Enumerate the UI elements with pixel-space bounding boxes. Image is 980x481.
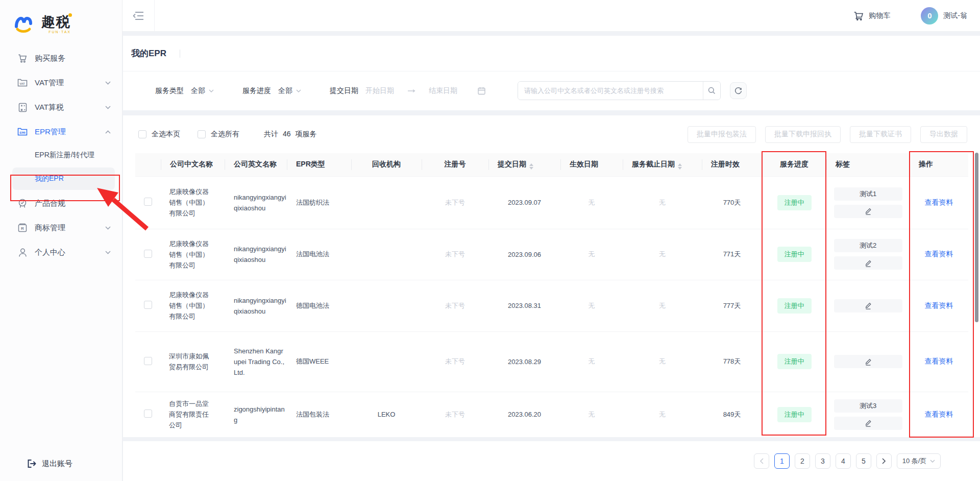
service-type-label: 服务类型 — [155, 86, 184, 95]
reg-no: 未下号 — [422, 331, 488, 392]
view-detail-link[interactable]: 查看资料 — [925, 410, 953, 418]
sidebar-item-label: 购买服务 — [35, 54, 65, 63]
total-count-text: 共计 46 项服务 — [264, 130, 317, 139]
header-service-end-date[interactable]: 服务截止日期 — [623, 153, 702, 176]
company-cn: 尼康映像仪器销售（中国）有限公司 — [161, 176, 225, 229]
table-row: 尼康映像仪器销售（中国）有限公司 nikangyingxiangyiqixiao… — [135, 176, 968, 229]
search-input[interactable] — [518, 82, 703, 100]
service-end-date: 无 — [623, 176, 702, 229]
pencil-icon — [865, 207, 872, 215]
batch-declare-packaging-button[interactable]: 批量申报包装法 — [688, 126, 756, 143]
view-detail-link[interactable]: 查看资料 — [925, 357, 953, 365]
row-checkbox[interactable] — [144, 357, 152, 365]
row-checkbox[interactable] — [144, 250, 152, 258]
edit-tag-button[interactable] — [834, 355, 902, 368]
view-detail-link[interactable]: 查看资料 — [925, 250, 953, 258]
status-badge: 注册中 — [777, 407, 812, 422]
avatar[interactable]: 0 — [921, 7, 938, 25]
page-button-4[interactable]: 4 — [836, 453, 851, 469]
sidebar-item-vat-management[interactable]: VAT VAT管理 — [0, 70, 122, 95]
edit-tag-button[interactable] — [834, 299, 902, 312]
search-button[interactable] — [703, 82, 720, 100]
brand-dot — [68, 13, 72, 17]
table-row: 尼康映像仪器销售（中国）有限公司 nikangyingxiangyiqixiao… — [135, 229, 968, 280]
sidebar-item-label: 商标管理 — [35, 223, 65, 233]
epr-table: 公司中文名称 公司英文名称 EPR类型 回收机构 注册号 提交日期 生效日期 服… — [135, 153, 968, 437]
service-type-select[interactable]: 全部 — [191, 86, 214, 95]
prev-page-button[interactable] — [754, 453, 769, 469]
chevron-up-icon — [105, 130, 111, 134]
status-badge: 注册中 — [777, 247, 812, 262]
row-checkbox[interactable] — [144, 198, 152, 206]
filter-service-type: 服务类型 全部 — [155, 86, 214, 95]
sidebar-item-label: VAT算税 — [35, 103, 64, 112]
sort-icon[interactable] — [678, 163, 682, 170]
header-progress: 服务进度 — [762, 153, 826, 176]
sidebar-item-trademark-management[interactable]: R 商标管理 — [0, 215, 122, 240]
sidebar-item-my-epr[interactable]: 我的EPR — [12, 167, 115, 190]
refresh-icon — [734, 87, 742, 94]
sort-icon[interactable] — [529, 163, 533, 170]
chevron-down-icon — [296, 89, 301, 92]
edit-tag-button[interactable] — [834, 417, 902, 430]
checkbox-icon — [198, 130, 206, 138]
row-checkbox[interactable] — [144, 301, 152, 309]
agency — [351, 176, 422, 229]
sidebar-item-epr-new-register[interactable]: EPR新注册/转代理 — [0, 144, 122, 166]
select-page-checkbox[interactable]: 全选本页 — [138, 130, 180, 139]
edit-tag-button[interactable] — [834, 256, 902, 270]
page-size-select[interactable]: 10 条/页 — [897, 453, 941, 469]
sidebar-item-buy-services[interactable]: 购买服务 — [0, 46, 122, 70]
batch-download-cert-button[interactable]: 批量下载证书 — [850, 126, 911, 143]
pencil-icon — [865, 419, 872, 427]
page-button-5[interactable]: 5 — [856, 453, 871, 469]
page-header-card: 我的EPR 服务类型 全部 服务进度 全部 提交日期 开始日期 — [123, 36, 980, 110]
view-detail-link[interactable]: 查看资料 — [925, 198, 953, 206]
page-button-3[interactable]: 3 — [815, 453, 830, 469]
effective-date: 无 — [560, 176, 623, 229]
page-button-1[interactable]: 1 — [774, 453, 790, 469]
sidebar-item-vat-calc[interactable]: VAT算税 — [0, 95, 122, 119]
refresh-button[interactable] — [730, 82, 747, 99]
service-end-date: 无 — [623, 331, 702, 392]
epr-type: 德国WEEE — [287, 331, 351, 392]
header-tag: 标签 — [826, 153, 910, 176]
service-end-date: 无 — [623, 280, 702, 331]
submit-date: 2023.09.07 — [488, 176, 560, 229]
chevron-down-icon — [209, 89, 214, 92]
filters-row: 服务类型 全部 服务进度 全部 提交日期 开始日期 结束日期 — [123, 71, 980, 110]
logout-icon — [27, 459, 37, 469]
header-company-cn: 公司中文名称 — [161, 153, 225, 176]
sidebar-item-personal-center[interactable]: 个人中心 — [0, 240, 122, 264]
header-epr-type: EPR类型 — [287, 153, 351, 176]
submit-date-label: 提交日期 — [330, 86, 358, 95]
batch-download-receipt-button[interactable]: 批量下载申报回执 — [765, 126, 841, 143]
svg-text:VAT: VAT — [20, 82, 26, 85]
header-submit-date[interactable]: 提交日期 — [488, 153, 560, 176]
sidebar-item-product-compliance[interactable]: 产品合规 — [0, 191, 122, 215]
topbar: 购物车 0 测试-翁 — [122, 0, 980, 32]
sidebar-item-epr-management[interactable]: EPR EPR管理 — [0, 119, 122, 144]
logout-button[interactable]: 退出账号 — [27, 459, 72, 469]
cart-icon — [853, 11, 864, 21]
export-data-button[interactable]: 导出数据 — [920, 126, 967, 143]
next-page-button[interactable] — [876, 453, 892, 469]
page-button-2[interactable]: 2 — [795, 453, 810, 469]
tag-chip: 测试1 — [834, 187, 902, 201]
cart-button[interactable]: 购物车 — [853, 11, 890, 21]
vertical-scrollbar[interactable] — [975, 153, 978, 322]
company-en: nikangyingxiangyiqixiaoshou — [225, 280, 287, 331]
select-all-checkbox[interactable]: 全选所有 — [198, 130, 239, 139]
progress-select[interactable]: 全部 — [278, 86, 301, 95]
collapse-sidebar-button[interactable] — [122, 0, 155, 32]
view-detail-link[interactable]: 查看资料 — [925, 301, 953, 309]
header-validity: 注册时效 — [702, 153, 762, 176]
header-checkbox-cell — [135, 153, 161, 176]
header-effective-date: 生效日期 — [560, 153, 623, 176]
company-en: Shenzhen Kangrupei Trading Co., Ltd. — [225, 331, 287, 392]
end-date-input[interactable]: 结束日期 — [429, 86, 457, 95]
start-date-input[interactable]: 开始日期 — [365, 86, 394, 95]
row-checkbox[interactable] — [144, 410, 152, 418]
edit-tag-button[interactable] — [834, 205, 902, 218]
calendar-icon[interactable] — [478, 87, 485, 95]
